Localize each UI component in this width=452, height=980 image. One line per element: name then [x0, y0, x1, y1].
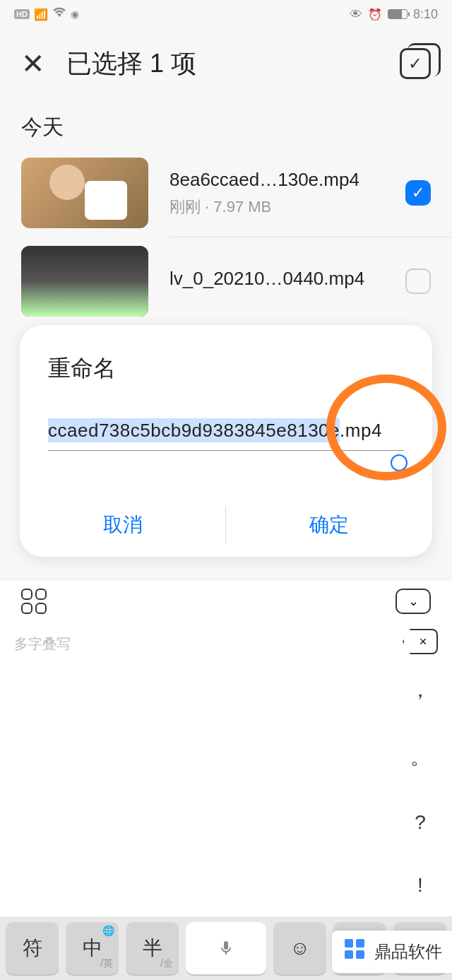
space-key[interactable]: [186, 922, 266, 974]
punct-key[interactable]: !: [417, 874, 423, 897]
video-thumbnail: [21, 158, 148, 228]
keyboard-toolbar: ⌄: [0, 579, 452, 622]
mic-icon: [218, 940, 234, 957]
page-title: 已选择 1 项: [66, 47, 379, 81]
emoji-key[interactable]: ☺: [273, 922, 326, 974]
dialog-title: 重命名: [20, 353, 432, 384]
svg-rect-2: [345, 950, 353, 959]
punct-key[interactable]: ，: [410, 677, 430, 704]
keyboard-collapse-icon[interactable]: ⌄: [396, 589, 431, 614]
rename-dialog: 重命名 ccaed738c5bcb9d9383845e8130e.mp4 取消 …: [20, 325, 432, 557]
wifi-icon: [52, 7, 66, 21]
cancel-button[interactable]: 取消: [20, 493, 226, 557]
file-item[interactable]: 8ea6ccaed…130e.mp4 刚刚 · 7.97 MB ✓: [0, 149, 452, 237]
select-all-button[interactable]: ✓: [400, 48, 431, 79]
selection-header: ✕ 已选择 1 项 ✓: [0, 28, 452, 99]
handwrite-label: 多字叠写: [0, 622, 452, 666]
cursor-handle[interactable]: [391, 454, 408, 471]
punctuation-column: ， 。 ? !: [388, 657, 452, 916]
svg-rect-3: [356, 950, 364, 959]
svg-rect-0: [345, 939, 353, 947]
file-item[interactable]: lv_0_20210…0440.mp4: [0, 237, 452, 325]
filename-selected: ccaed738c5bcb9d9383845e8130e: [48, 418, 340, 442]
hd-badge: HD: [14, 9, 30, 19]
symbol-key[interactable]: 符: [6, 922, 59, 974]
alarm-icon: ⏰: [368, 8, 382, 21]
rename-input[interactable]: ccaed738c5bcb9d9383845e8130e.mp4: [48, 420, 404, 451]
status-bar: HD 📶 ◉ 👁 ⏰ 8:10: [0, 0, 452, 28]
signal-icon: 📶: [34, 8, 48, 21]
halfwidth-key[interactable]: 半 /全: [126, 922, 179, 974]
watermark-text: 鼎品软件: [374, 940, 442, 963]
misc-icon: ◉: [71, 8, 79, 20]
file-name: lv_0_20210…0440.mp4: [170, 268, 384, 290]
keyboard-grid-icon[interactable]: [21, 589, 47, 614]
battery-icon: [388, 9, 408, 19]
filename-ext: .mp4: [340, 420, 382, 441]
section-today: 今天: [0, 99, 452, 149]
file-checkbox[interactable]: ✓: [405, 180, 431, 206]
globe-icon: 🌐: [102, 925, 114, 936]
check-icon: ✓: [408, 54, 422, 73]
punct-key[interactable]: ?: [415, 811, 426, 834]
file-meta: 刚刚 · 7.97 MB: [170, 196, 384, 218]
video-thumbnail: [21, 246, 148, 317]
file-name: 8ea6ccaed…130e.mp4: [170, 169, 384, 191]
handwrite-area[interactable]: 多字叠写 × ， 。 ? !: [0, 622, 452, 916]
confirm-button[interactable]: 确定: [226, 493, 432, 557]
status-time: 8:10: [413, 7, 438, 22]
watermark: 鼎品软件: [332, 931, 452, 973]
eye-icon: 👁: [350, 7, 362, 22]
file-checkbox[interactable]: [405, 268, 431, 294]
svg-rect-1: [356, 939, 364, 947]
punct-key[interactable]: 。: [410, 744, 430, 771]
language-key[interactable]: 中 /英 🌐: [66, 922, 119, 974]
watermark-icon: [342, 936, 367, 967]
close-icon[interactable]: ✕: [21, 47, 45, 80]
